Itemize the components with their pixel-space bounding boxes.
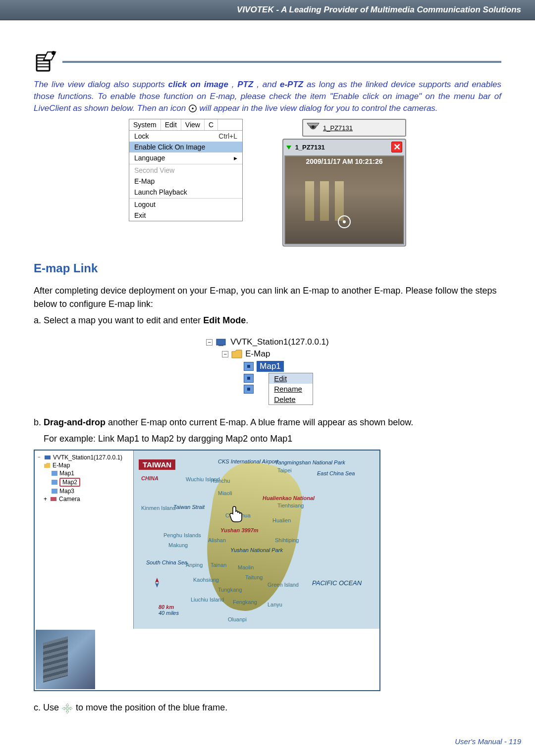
text-frag: another E-map onto current E-map. A blue… xyxy=(106,417,413,427)
map-label: Tienhsiang xyxy=(277,503,304,508)
context-menu: Edit Rename Delete xyxy=(268,373,313,405)
tree-row-map1[interactable]: Map1 xyxy=(206,360,328,373)
menu-label: Second View xyxy=(134,166,174,174)
side-tree: − VVTK_Station1(127.0.0.1) E-Map Map1 Ma… xyxy=(35,451,134,629)
panel-title: 1_PZ7131 xyxy=(295,144,325,151)
menu-separator xyxy=(129,198,242,199)
tree-row-station[interactable]: − VVTK_Station1(127.0.0.1) xyxy=(206,336,328,348)
tree-row-map1[interactable]: Map1 xyxy=(38,469,130,477)
svg-rect-11 xyxy=(52,480,57,485)
menu-item-logout[interactable]: Logout xyxy=(129,199,242,210)
section-heading-emap-link: E-map Link xyxy=(34,261,501,275)
map-label: Maolin xyxy=(238,564,254,570)
compass-icon xyxy=(151,577,163,589)
note-icon xyxy=(34,50,57,74)
tree-label-selected: Map1 xyxy=(257,361,284,372)
camera-tooltip: 1_PZ7131 xyxy=(302,119,406,137)
menu-item-language[interactable]: Language ▸ xyxy=(129,152,242,163)
map-icon xyxy=(52,480,57,485)
tree-row-station[interactable]: − VVTK_Station1(127.0.0.1) xyxy=(38,454,130,461)
menu-list: Lock Ctrl+L Enable Click On Image Langua… xyxy=(129,131,242,221)
svg-rect-8 xyxy=(218,345,223,346)
map-label: Anping xyxy=(186,562,203,568)
map-icon xyxy=(52,489,57,494)
map-label: Fengkang xyxy=(233,599,257,605)
tree-row-camera[interactable]: + Camera xyxy=(38,495,130,503)
folder-icon xyxy=(231,350,242,358)
map-label: Taitung xyxy=(245,574,263,580)
status-led-icon xyxy=(286,146,291,150)
tree-label: E-Map xyxy=(245,349,270,359)
tree-row-map-blank[interactable] xyxy=(244,384,254,395)
ptz-target-icon[interactable] xyxy=(337,215,351,229)
map-label: Yangmingshan National Park xyxy=(275,459,345,465)
map-label: Miaoli xyxy=(218,490,232,496)
menu-item-emap[interactable]: E-Map xyxy=(129,176,242,187)
tree-row-map3[interactable]: Map3 xyxy=(38,487,130,495)
emap-editor-figure: − VVTK_Station1(127.0.0.1) E-Map Map1 Ma… xyxy=(34,450,380,691)
step-b-line1: b. Drag-and-drop another E-map onto curr… xyxy=(34,416,501,429)
note-text-frag: , and xyxy=(257,80,280,89)
menu-tab-view[interactable]: View xyxy=(181,119,205,130)
collapse-icon[interactable]: − xyxy=(222,351,228,357)
map-label: Kinmen Island xyxy=(141,505,176,511)
page-footer: User's Manual - 119 xyxy=(0,727,535,756)
svg-point-1 xyxy=(52,51,55,55)
map-label: Makung xyxy=(168,542,188,548)
map-label: Tungkang xyxy=(218,587,242,593)
menu-item-exit[interactable]: Exit xyxy=(129,210,242,221)
map-label: Oluanpi xyxy=(228,616,247,622)
page-content: The live view dialog also supports click… xyxy=(0,20,535,727)
dome-camera-icon xyxy=(306,122,320,134)
menu-item-enable-click[interactable]: Enable Click On Image xyxy=(129,142,242,152)
map-icon xyxy=(244,362,254,371)
menu-tab-edit[interactable]: Edit xyxy=(161,119,181,130)
ctx-delete[interactable]: Delete xyxy=(269,394,313,404)
submenu-arrow-icon: ▸ xyxy=(234,154,237,162)
text-frag: to move the position of the blue frame. xyxy=(76,703,227,712)
menu-tab-c[interactable]: C xyxy=(205,119,218,130)
menu-item-lock[interactable]: Lock Ctrl+L xyxy=(129,131,242,142)
map-icon xyxy=(52,471,57,476)
close-button[interactable]: ✕ xyxy=(391,142,402,152)
ctx-edit[interactable]: Edit xyxy=(269,373,313,384)
tree-row-emap[interactable]: − E-Map xyxy=(206,348,328,360)
svg-rect-10 xyxy=(52,471,57,476)
step-a: a. Select a map you want to edit and ent… xyxy=(34,314,501,327)
map-label: Hualien xyxy=(272,517,291,523)
map-label: Taiwan Strait xyxy=(173,504,205,510)
ctx-rename[interactable]: Rename xyxy=(269,384,313,394)
tree-row-map-blank[interactable] xyxy=(244,373,254,384)
svg-rect-13 xyxy=(51,497,56,501)
menu-tab-system[interactable]: System xyxy=(129,119,161,130)
note-paragraph: The live view dialog also supports click… xyxy=(34,79,501,114)
collapse-icon[interactable]: − xyxy=(206,339,213,346)
station-icon xyxy=(215,337,227,347)
folder-icon xyxy=(44,462,51,468)
map-label: PACIFIC OCEAN xyxy=(312,579,362,587)
station-tree: − VVTK_Station1(127.0.0.1) − E-Map Map1 xyxy=(206,336,328,405)
note-bar xyxy=(34,50,501,74)
text-frag: c. Use xyxy=(34,703,61,712)
menu-item-second-view: Second View xyxy=(129,165,242,176)
text-frag: . xyxy=(246,315,248,325)
map-label: South China Sea xyxy=(146,559,187,565)
svg-point-6 xyxy=(343,220,346,223)
svg-rect-9 xyxy=(45,455,51,459)
menu-label: E-Map xyxy=(134,177,155,185)
drag-drop-bold: Drag-and-drop xyxy=(44,417,106,427)
tree-row-emap[interactable]: E-Map xyxy=(38,461,130,469)
live-feed[interactable]: 2009/11/17 AM 10:21:26 xyxy=(284,155,404,245)
note-strong-ptz: PTZ xyxy=(237,80,253,89)
tree-label: Map3 xyxy=(59,488,74,495)
menu-label: Lock xyxy=(134,132,149,140)
map-canvas[interactable]: TAIWAN CHINA CKS International Airport Y… xyxy=(134,451,379,629)
live-view-dialog: 1_PZ7131 1_PZ7131 ✕ 2009/11/17 AM 10:21:… xyxy=(282,119,406,247)
map-label: CKS International Airport xyxy=(218,458,278,464)
collapse-icon[interactable]: − xyxy=(38,455,42,460)
menu-label: Exit xyxy=(134,211,146,219)
linked-map-thumbnail[interactable] xyxy=(36,630,95,689)
map-label: Penghu Islands xyxy=(163,532,201,538)
tree-row-map2[interactable]: Map2 xyxy=(38,477,130,487)
menu-item-playback[interactable]: Launch Playback xyxy=(129,187,242,198)
